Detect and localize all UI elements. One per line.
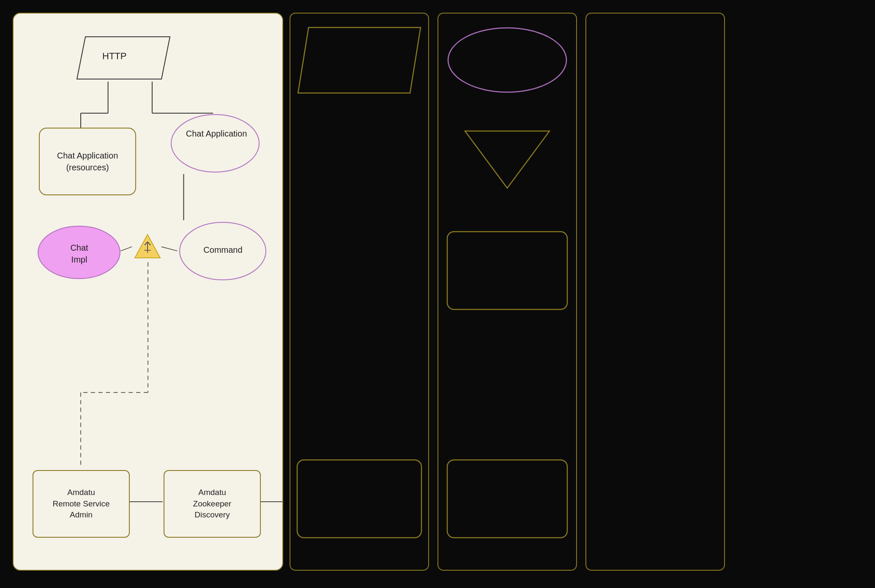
upload-triangle: [133, 232, 162, 262]
svg-rect-28: [447, 460, 567, 538]
command-label: Command: [180, 245, 266, 255]
svg-line-7: [161, 247, 178, 251]
right-panel-3: [585, 13, 725, 571]
amdatu-zoo-label: AmdatuZookeeperDiscovery: [193, 487, 232, 521]
canvas: HTTP Chat Application(resources) Chat Ap…: [0, 0, 875, 588]
palette-rounded-rect-middle: [444, 228, 571, 313]
svg-marker-23: [298, 27, 421, 93]
palette-triangle: [461, 127, 554, 194]
svg-point-15: [171, 115, 259, 172]
amdatu-remote-box: AmdatuRemote ServiceAdmin: [33, 470, 130, 538]
main-diagram-box: HTTP Chat Application(resources) Chat Ap…: [13, 13, 283, 571]
http-label: HTTP: [102, 51, 126, 62]
svg-rect-24: [297, 460, 421, 538]
amdatu-remote-label: AmdatuRemote ServiceAdmin: [52, 487, 109, 521]
palette-ellipse-top: [444, 23, 571, 97]
chat-app-ellipse: [170, 113, 261, 174]
palette-rounded-rect-bl: [294, 457, 425, 541]
chat-impl-label: ChatImpl: [38, 242, 120, 265]
palette-parallelogram-1: [290, 23, 429, 97]
chat-resources-label: Chat Application(resources): [57, 150, 118, 173]
svg-rect-27: [447, 232, 567, 309]
svg-marker-26: [465, 131, 550, 188]
chat-resources-box: Chat Application(resources): [39, 128, 136, 195]
amdatu-zoo-box: AmdatuZookeeperDiscovery: [164, 470, 261, 538]
palette-rounded-rect-br: [444, 457, 571, 541]
chat-app-label: Chat Application: [172, 128, 261, 139]
svg-point-25: [448, 28, 566, 92]
svg-line-8: [120, 247, 132, 251]
